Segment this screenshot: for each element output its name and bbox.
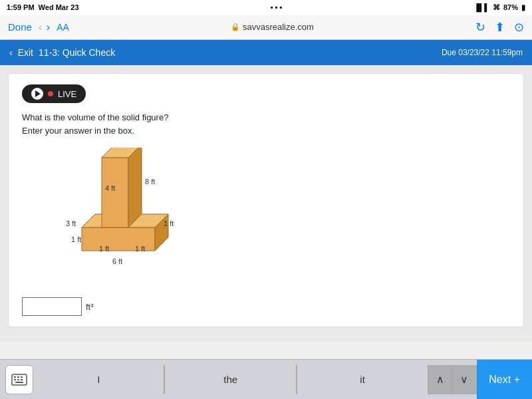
keyboard-toggle-button[interactable]: [5, 365, 33, 394]
url-bar[interactable]: 🔒 savvasrealize.com: [231, 22, 314, 32]
exit-button[interactable]: Exit: [18, 47, 33, 58]
arrow-down-button[interactable]: ∨: [452, 365, 476, 394]
answer-row: ft³: [22, 297, 510, 316]
svg-rect-13: [15, 382, 23, 383]
live-badge[interactable]: LIVE: [22, 84, 86, 103]
url-text: savvasrealize.com: [243, 22, 314, 32]
arrow-up-button[interactable]: ∧: [428, 365, 452, 394]
status-bar: 1:59 PM Wed Mar 23 ••• ▐▌▌ ⌘ 87% ▮: [0, 0, 532, 15]
answer-input[interactable]: [22, 297, 82, 316]
svg-marker-3: [102, 158, 128, 227]
answer-unit: ft³: [86, 302, 94, 312]
next-label: Next +: [489, 374, 520, 386]
suggestion-bar: I the it: [33, 365, 428, 394]
suggestion-i[interactable]: I: [33, 365, 164, 394]
svg-rect-11: [17, 379, 19, 380]
label-8ft: 8 ft: [145, 178, 155, 186]
label-1ft-left: 1 ft: [71, 235, 81, 243]
signal-icon: ▐▌▌: [474, 3, 489, 11]
refresh-icon[interactable]: ↻: [475, 20, 485, 35]
suggestion-it[interactable]: it: [297, 365, 428, 394]
battery-display: 87%: [503, 3, 518, 11]
question-line1: What is the volume of the solid figure?: [22, 111, 510, 124]
suggestion-the[interactable]: the: [164, 365, 296, 394]
svg-marker-5: [128, 148, 142, 227]
chevron-left-icon: ‹: [9, 47, 13, 58]
bookmark-icon[interactable]: ⊙: [514, 20, 524, 35]
play-button[interactable]: [31, 88, 43, 100]
browser-chrome: Done ‹ › AA 🔒 savvasrealize.com ↻ ⬆ ⊙: [0, 15, 532, 40]
label-1ft-right: 1 ft: [164, 219, 174, 227]
keyboard-bar: I the it ∧ ∨ Next +: [0, 359, 532, 399]
label-4ft: 4 ft: [105, 184, 115, 192]
live-dot-icon: [48, 91, 53, 96]
svg-rect-10: [14, 379, 16, 380]
main-content: LIVE What is the volume of the solid fig…: [0, 65, 532, 342]
done-button[interactable]: Done: [8, 21, 32, 33]
forward-button[interactable]: ›: [47, 21, 51, 34]
battery-icon: ▮: [521, 3, 525, 12]
keyboard-icon: [11, 373, 27, 386]
live-label: LIVE: [58, 89, 76, 99]
wifi-icon: ⌘: [493, 3, 500, 12]
text-size-button[interactable]: AA: [57, 22, 69, 33]
label-6ft: 6 ft: [112, 257, 122, 265]
label-3ft: 3 ft: [66, 219, 76, 227]
time-display: 1:59 PM: [7, 3, 35, 11]
app-header: ‹ Exit 11-3: Quick Check Due 03/23/22 11…: [0, 40, 532, 65]
question-card: LIVE What is the volume of the solid fig…: [8, 73, 524, 327]
nav-arrows: ∧ ∨: [428, 365, 476, 394]
figure-container: 4 ft 8 ft 3 ft 1 ft 1 ft 1 ft 1 ft 6 ft: [42, 148, 201, 277]
label-1ft-bottom-right: 1 ft: [135, 245, 145, 253]
svg-rect-12: [21, 379, 23, 380]
due-date: Due 03/23/22 11:59pm: [442, 48, 523, 57]
svg-rect-8: [17, 376, 19, 378]
label-1ft-bottom-left: 1 ft: [99, 245, 109, 253]
question-text: What is the volume of the solid figure? …: [22, 111, 510, 137]
svg-rect-9: [21, 376, 23, 378]
play-icon: [35, 90, 41, 97]
back-button[interactable]: ‹: [39, 21, 43, 34]
next-button[interactable]: Next +: [477, 360, 532, 400]
lock-icon: 🔒: [231, 23, 240, 31]
svg-rect-7: [14, 376, 16, 378]
dots-menu: •••: [271, 3, 283, 11]
share-icon[interactable]: ⬆: [495, 20, 505, 35]
section-title: 11-3: Quick Check: [39, 47, 115, 58]
question-line2: Enter your answer in the box.: [22, 124, 510, 138]
date-display: Wed Mar 23: [39, 3, 79, 11]
